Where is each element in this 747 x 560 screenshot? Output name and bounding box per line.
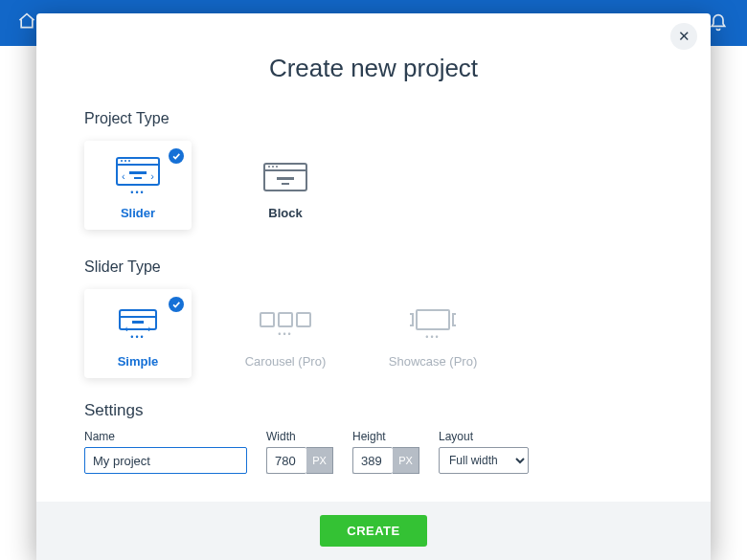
field-height: Height PX bbox=[352, 430, 419, 474]
section-title-project-type: Project Type bbox=[84, 110, 663, 127]
section-title-slider-type: Slider Type bbox=[84, 258, 663, 276]
slider-type-options: ‹› ••• Simple ••• Carousel (Pro) bbox=[84, 289, 663, 378]
close-icon: ✕ bbox=[678, 28, 690, 45]
carousel-icon: ••• bbox=[238, 306, 333, 345]
slider-type-showcase: ••• Showcase (Pro) bbox=[379, 289, 487, 378]
width-unit[interactable]: PX bbox=[306, 447, 333, 474]
section-title-settings: Settings bbox=[84, 401, 663, 420]
option-label: Slider bbox=[90, 206, 186, 220]
slider-icon: ‹› ••• bbox=[90, 158, 186, 196]
width-label: Width bbox=[266, 430, 333, 443]
close-button[interactable]: ✕ bbox=[670, 23, 697, 50]
option-label: Showcase (Pro) bbox=[385, 354, 481, 369]
slider-type-carousel: ••• Carousel (Pro) bbox=[232, 289, 339, 378]
project-type-block[interactable]: Block bbox=[232, 141, 339, 230]
simple-slider-icon: ‹› ••• bbox=[90, 306, 186, 345]
modal-title: Create new project bbox=[36, 13, 711, 95]
field-width: Width PX bbox=[266, 430, 333, 474]
layout-select[interactable]: Full width bbox=[439, 447, 529, 474]
check-icon bbox=[169, 148, 184, 164]
name-label: Name bbox=[84, 430, 247, 443]
modal-footer: CREATE bbox=[36, 502, 711, 560]
name-input[interactable] bbox=[84, 447, 247, 474]
option-label: Carousel (Pro) bbox=[238, 354, 333, 369]
option-label: Simple bbox=[90, 354, 186, 369]
showcase-icon: ••• bbox=[385, 306, 481, 345]
field-layout: Layout Full width bbox=[439, 430, 529, 474]
settings-row: Name Width PX Height PX Layout bbox=[84, 430, 663, 474]
block-icon bbox=[238, 158, 333, 196]
project-type-options: ‹› ••• Slider Block bbox=[84, 141, 663, 230]
project-type-slider[interactable]: ‹› ••• Slider bbox=[84, 141, 192, 230]
height-unit[interactable]: PX bbox=[393, 447, 419, 474]
field-name: Name bbox=[84, 430, 247, 474]
layout-label: Layout bbox=[439, 430, 529, 443]
check-icon bbox=[169, 297, 184, 312]
width-input[interactable] bbox=[266, 447, 306, 474]
height-input[interactable] bbox=[352, 447, 393, 474]
create-project-modal: ✕ Create new project Project Type ‹› •••… bbox=[36, 13, 711, 560]
create-button[interactable]: CREATE bbox=[320, 515, 426, 547]
height-label: Height bbox=[352, 430, 419, 443]
slider-type-simple[interactable]: ‹› ••• Simple bbox=[84, 289, 192, 378]
modal-body: Project Type ‹› ••• Slider bbox=[36, 95, 711, 502]
option-label: Block bbox=[238, 206, 333, 220]
